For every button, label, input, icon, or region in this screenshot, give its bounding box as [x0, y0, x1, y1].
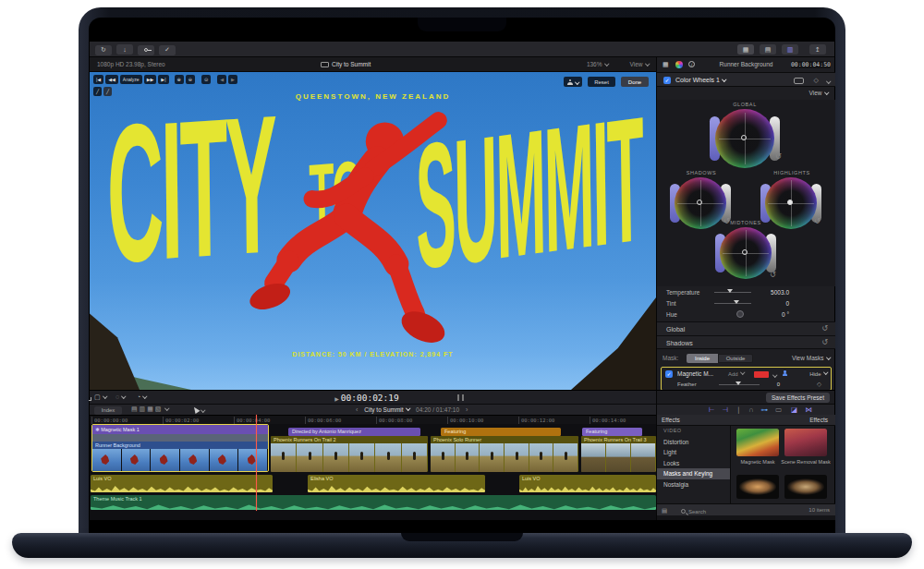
audio-clip-luis-vo-2[interactable]: Luis VO [519, 475, 656, 492]
headphones-icon[interactable]: ∩ [748, 406, 753, 414]
zoom-in-button[interactable]: ⊕ [175, 75, 184, 84]
feather-thumb[interactable] [736, 381, 741, 385]
blade-icon[interactable]: ❘ [736, 406, 741, 414]
transitions-browser-icon[interactable]: ⋈ [805, 406, 812, 414]
tool-menu[interactable] [193, 406, 205, 414]
view-menu[interactable]: View [630, 61, 649, 67]
title-clip-featuring[interactable]: Featuring [441, 428, 561, 436]
title-clip-featuring-2[interactable]: Featuring [582, 428, 642, 436]
media-import-button[interactable]: ↻ [95, 45, 112, 55]
timeline-ruler[interactable]: 00:00:00:00 00:00:02:00 00:00:04:00 00:0… [90, 415, 656, 424]
color-wheel-highlights[interactable] [765, 177, 817, 229]
shadows-section-row[interactable]: Shadows ↺ [657, 335, 835, 349]
sidebar-toggle-icon[interactable]: ▤ [662, 507, 667, 515]
clip-phoenix-runners-trail3[interactable]: Phoenix Runners On Trail 3 [581, 436, 656, 472]
zoom-out-button[interactable]: ⊖ [186, 75, 195, 84]
temperature-value[interactable]: 5003.0 [752, 289, 789, 296]
effect-thumb-scene-removal[interactable] [784, 429, 827, 456]
reset-icon[interactable]: ↺ [821, 339, 828, 346]
effect-enable-checkbox[interactable]: ✓ [663, 77, 671, 84]
mask-hide-menu[interactable]: Hide [809, 370, 827, 377]
title-clip-directed-by[interactable]: Directed by Antonio Manriquez [288, 428, 420, 436]
snapping-icon[interactable]: ▭ [775, 406, 782, 414]
reset-button[interactable]: Reset [588, 77, 615, 87]
color-wheel-midtones[interactable] [720, 227, 772, 279]
settings-button[interactable]: ⊙ [201, 75, 211, 84]
audio-clip-elisha-vo[interactable]: Elisha VO [308, 475, 485, 492]
effects-menu[interactable]: ◌ [116, 393, 126, 400]
insert-edit-icon[interactable]: ⊣ [723, 406, 729, 414]
eraser-tool-button[interactable]: ╱ [103, 87, 112, 96]
category-masks-and-keying[interactable]: Masks and Keying [657, 468, 730, 479]
clip-appearance-icons[interactable]: ▤▥▦▧ [131, 406, 169, 413]
done-button[interactable]: Done [621, 77, 649, 87]
go-to-end-button[interactable]: ▶| [158, 75, 168, 84]
reset-global-icon[interactable]: ↺ [775, 153, 782, 161]
analyze-button[interactable]: Analyze [120, 75, 142, 84]
subject-select-button[interactable] [564, 77, 582, 87]
category-distortion[interactable]: Distortion [657, 437, 730, 448]
prev-mask-button[interactable]: ◀ [217, 75, 226, 84]
playhead[interactable] [256, 415, 257, 511]
go-to-start-button[interactable]: |◀ [93, 75, 103, 84]
effect-thumb-vignette-mask[interactable] [736, 475, 779, 499]
reset-icon[interactable]: ↺ [821, 325, 828, 333]
background-tasks-button[interactable]: ✓ [159, 45, 176, 55]
mask-enable-checkbox[interactable]: ✓ [665, 370, 673, 378]
category-video[interactable]: VIDEO [657, 426, 730, 437]
brush-tool-button[interactable]: ╱ [93, 87, 102, 96]
category-light[interactable]: Light [657, 447, 730, 458]
share-button[interactable]: ↥ [809, 44, 826, 54]
wheels-view-menu[interactable]: View [809, 90, 828, 96]
clip-phoenix-solo-runner[interactable]: Phoenix Solo Runner [431, 436, 578, 472]
transform-menu[interactable]: ▢ [94, 393, 106, 401]
hue-knob[interactable] [736, 310, 744, 318]
mask-inside-button[interactable]: Inside [687, 354, 718, 363]
global-section-row[interactable]: Global ↺ [657, 321, 835, 335]
reset-midtones-icon[interactable]: ↺ [770, 272, 776, 279]
back-arrow-icon[interactable]: ‹ [356, 406, 358, 413]
viewer-canvas[interactable]: CITY TO SUMMIT [90, 72, 656, 390]
retime-menu[interactable]: ◔ [137, 393, 147, 400]
effect-thumb-magnetic-mask[interactable] [736, 429, 779, 456]
reset-highlights-icon[interactable]: ↺ [814, 218, 821, 225]
hue-value[interactable]: 0 ° [752, 311, 789, 318]
tint-thumb[interactable] [734, 300, 739, 304]
chevron-down-icon[interactable] [824, 79, 831, 85]
effects-browser-icon[interactable]: ◪ [791, 406, 797, 414]
browser-toggle-button[interactable]: ▦ [737, 44, 754, 54]
forward-arrow-icon[interactable]: › [466, 406, 468, 413]
clip-phoenix-runners-trail2[interactable]: Phoenix Runners On Trail 2 [271, 436, 428, 472]
download-button[interactable]: ↓ [116, 44, 133, 54]
index-button[interactable]: Index [94, 406, 122, 415]
music-clip-theme-track[interactable]: Theme Music Track 1 [91, 495, 656, 510]
effect-name-menu[interactable]: Color Wheels 1 [675, 77, 725, 83]
category-nostalgia[interactable]: Nostalgia [657, 479, 730, 490]
mask-add-menu[interactable]: Add [728, 370, 744, 377]
category-looks[interactable]: Looks [657, 458, 730, 469]
keyframe-icon[interactable]: ◇ [814, 77, 819, 84]
tint-value[interactable]: 0 [752, 300, 789, 307]
zoom-level-menu[interactable]: 136% [587, 61, 608, 67]
magnetic-mask-item[interactable]: ✓ Magnetic M... Add Hide Feather 0 ◇ [661, 367, 832, 391]
temperature-thumb[interactable] [727, 289, 733, 293]
effect-thumb-shape-mask[interactable] [784, 475, 827, 499]
zoom-slider-handle[interactable] [462, 394, 464, 401]
next-mask-button[interactable]: ▶ [228, 75, 237, 84]
timeline-toggle-button[interactable]: ▤ [760, 44, 776, 54]
play-icon[interactable]: ▶ [334, 396, 339, 402]
audio-skimming-icon[interactable]: ⊶ [761, 406, 769, 414]
mask-color-swatch[interactable] [754, 371, 769, 378]
step-forward-button[interactable]: ▶▶ [144, 75, 157, 84]
keyword-button[interactable] [138, 45, 154, 55]
fullscreen-icon[interactable] [89, 393, 91, 401]
magnetic-mask-bar[interactable]: ✱ Magnetic Mask 1 [92, 425, 268, 434]
tint-slider[interactable] [714, 303, 751, 304]
color-wheel-global[interactable] [715, 109, 774, 168]
keyframe-icon[interactable]: ◇ [817, 381, 821, 388]
inspector-toggle-button[interactable]: ▥ [782, 44, 798, 54]
zoom-slider-handle[interactable] [457, 394, 459, 401]
search-input[interactable]: Search [681, 508, 706, 515]
audio-clip-luis-vo[interactable]: Luis VO [91, 475, 273, 492]
view-masks-menu[interactable]: View Masks [792, 355, 830, 361]
